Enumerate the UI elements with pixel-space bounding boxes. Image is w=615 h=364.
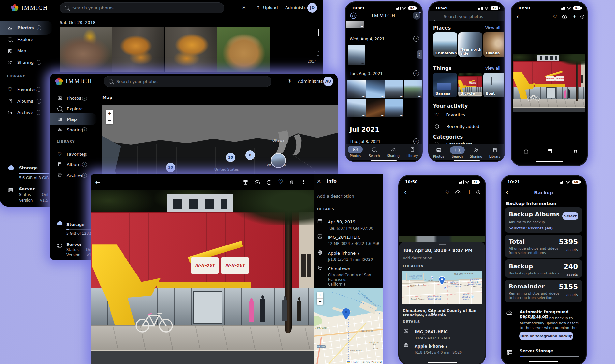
user-avatar[interactable]: JD [307, 3, 317, 13]
photo-viewer[interactable]: IN-N-OUT IN-N-OUT [91, 190, 314, 364]
select-check-icon[interactable]: ✓ [413, 70, 419, 76]
cloud-upload-icon[interactable] [455, 190, 461, 195]
favorite-icon[interactable]: ♡ [445, 190, 449, 195]
sidebar-item-photos[interactable]: Photos i [50, 92, 100, 104]
photo-thumbnail[interactable] [112, 27, 164, 72]
upload-button[interactable]: ↑ Upload [256, 5, 278, 10]
things-view-all-link[interactable]: View all [485, 66, 500, 71]
close-icon[interactable]: × [317, 178, 321, 184]
timeline-scrubber-handle[interactable] [318, 29, 319, 36]
sidebar-item-sharing[interactable]: Sharing i [0, 57, 56, 68]
photo-thumbnail[interactable]: ☁ [347, 80, 366, 98]
map-cluster-marker[interactable]: 8 [245, 150, 255, 160]
theme-toggle-button[interactable]: ☀ [242, 5, 246, 10]
favorite-icon[interactable]: ♡ [553, 14, 557, 19]
nav-library[interactable]: Library [486, 146, 504, 158]
search-input[interactable]: Search your photos [104, 76, 271, 87]
description-input[interactable]: Add description... [403, 256, 436, 260]
nav-library[interactable]: Library [403, 146, 421, 158]
sidebar-item-explore[interactable]: Explore [0, 34, 56, 45]
activity-recently-added[interactable]: Recently added [434, 124, 479, 129]
place-card[interactable]: Near north side [458, 32, 482, 57]
timeline-year-label[interactable]: 2017 [308, 60, 316, 63]
detail-date-sub: Tue, 6:07 PM GMT-07:00 [328, 226, 373, 231]
select-check-icon[interactable]: ✓ [413, 36, 419, 42]
map-zoom-control[interactable]: + − [106, 110, 113, 124]
user-avatar[interactable]: ☁ [413, 12, 420, 20]
sidebar-item-map[interactable]: Map [0, 45, 56, 56]
location-map[interactable]: Fort Mason US 101 Bay Street Union Stree… [314, 288, 383, 364]
sidebar-item-albums[interactable]: Albums i [0, 95, 56, 106]
zoom-out-button[interactable]: − [317, 299, 323, 305]
thing-card[interactable]: Boat [483, 73, 505, 97]
timeline-scrubber[interactable]: ▲ ▼ [417, 50, 422, 59]
photo-strip[interactable] [399, 236, 485, 242]
photo-thumbnail[interactable]: ☁ [346, 21, 364, 28]
map-zoom-control[interactable]: + − [317, 292, 323, 305]
add-icon[interactable]: + [572, 13, 577, 19]
place-card[interactable]: Omaha [483, 32, 505, 57]
select-button[interactable]: Select [562, 212, 578, 220]
info-icon[interactable] [580, 14, 585, 19]
download-icon[interactable] [242, 178, 249, 186]
photo-thumbnail[interactable]: ☁ [385, 80, 403, 98]
nav-photos[interactable]: Photos [346, 146, 364, 158]
delete-icon[interactable] [288, 178, 296, 186]
photo-thumbnail[interactable]: ☁ [348, 45, 365, 65]
archive-icon[interactable] [548, 149, 553, 154]
add-icon[interactable]: + [467, 189, 471, 195]
photo-thumbnail[interactable]: ☁ [347, 99, 366, 117]
photo-thumbnail[interactable]: ☁ [404, 80, 422, 98]
trash-icon[interactable] [573, 149, 578, 154]
sidebar-item-explore[interactable]: Explore [50, 103, 100, 114]
photo-thumbnail[interactable] [165, 27, 217, 72]
nav-search[interactable]: Search [365, 146, 383, 158]
thing-card[interactable]: Banana [433, 73, 457, 97]
sidebar-item-photos[interactable]: Photos i [0, 21, 53, 35]
sidebar-item-favorites[interactable]: ♡ Favorites i [0, 84, 56, 95]
photo-thumbnail[interactable]: ☁ [366, 80, 385, 98]
nav-search[interactable]: Search [448, 146, 466, 158]
sidebar-item-favorites[interactable]: ♡ Favorites i [50, 148, 100, 160]
sidebar-item-sharing[interactable]: Sharing i [50, 124, 100, 135]
info-icon[interactable] [265, 178, 273, 186]
theme-toggle-button[interactable]: ☀ [287, 78, 292, 84]
back-button[interactable]: ← [94, 178, 102, 186]
zoom-in-button[interactable]: + [317, 292, 323, 299]
user-avatar[interactable]: AU [323, 77, 333, 86]
photo-thumbnail[interactable]: ☁ [385, 99, 403, 117]
nav-sharing[interactable]: Sharing [467, 146, 485, 158]
zoom-in-button[interactable]: + [106, 110, 113, 117]
favorite-icon[interactable]: ♡ [277, 178, 285, 186]
back-icon[interactable]: ‹ [404, 189, 407, 196]
map-cluster-marker[interactable]: 10 [226, 153, 235, 162]
turn-on-foreground-backup-button[interactable]: Turn on foreground backup [519, 332, 573, 340]
nav-photos[interactable]: Photos [430, 146, 447, 158]
cloud-sync-icon[interactable] [253, 178, 261, 186]
map-photo-marker[interactable] [271, 153, 286, 168]
info-icon[interactable] [476, 190, 481, 195]
share-icon[interactable] [523, 148, 529, 154]
activity-favorites[interactable]: ♡ Favorites [434, 112, 465, 118]
zoom-out-button[interactable]: − [106, 117, 113, 124]
sidebar-item-map[interactable]: Map [50, 113, 97, 125]
place-card[interactable]: Chinatown [433, 32, 457, 57]
search-input[interactable]: Search your photos [60, 2, 224, 13]
sidebar-item-albums[interactable]: Albums i [50, 159, 100, 170]
photo-thumbnail[interactable]: ☁ [366, 99, 385, 117]
cloud-upload-icon[interactable] [562, 14, 567, 19]
more-options-icon[interactable]: ⋮ [300, 178, 307, 186]
description-input[interactable]: Add a description [317, 194, 354, 199]
back-icon[interactable]: ‹ [516, 13, 519, 20]
photo-viewer[interactable]: IN-N-OUTIN-N-OUT [513, 54, 585, 112]
location-map[interactable]: P P P Hyde Street Harbor Jefferson Stree… [402, 271, 482, 304]
photo-thumbnail[interactable] [217, 27, 270, 72]
sidebar-item-archive[interactable]: Archive i [0, 107, 56, 118]
map-cluster-marker[interactable]: 10 [166, 163, 175, 172]
thing-card[interactable]: IN-N-OUTIN-N-OUT Bicycle [458, 73, 482, 97]
search-bar[interactable]: Search your photos [429, 11, 504, 21]
places-view-all-link[interactable]: View all [485, 26, 500, 30]
sheet-drag-handle[interactable] [439, 244, 446, 245]
photo-thumbnail[interactable] [60, 27, 112, 72]
nav-sharing[interactable]: Sharing [385, 146, 402, 158]
